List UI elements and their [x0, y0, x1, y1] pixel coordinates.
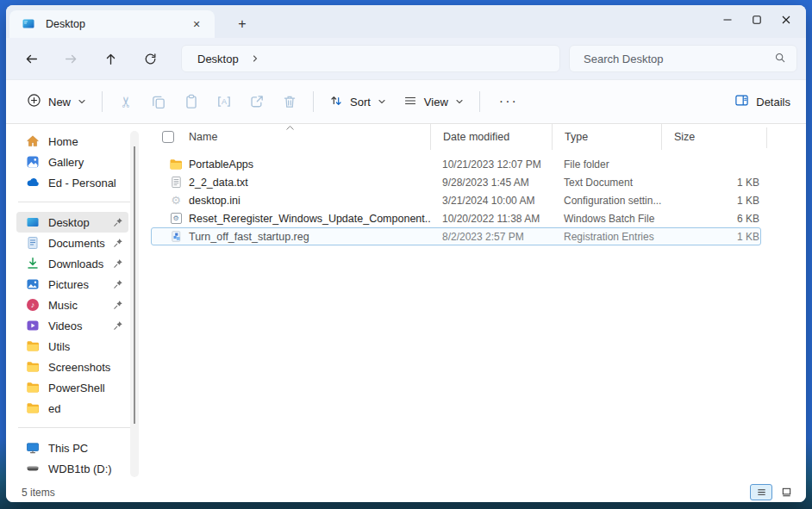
desktop-icon	[22, 17, 35, 31]
chevron-down-icon	[378, 97, 386, 106]
sort-arrows-icon	[329, 94, 343, 110]
copy-icon	[142, 87, 175, 116]
pin-icon	[113, 217, 123, 227]
documents-icon	[26, 236, 40, 250]
search-placeholder: Search Desktop	[584, 53, 774, 65]
column-divider[interactable]	[766, 127, 767, 148]
sidebar-item-music[interactable]: ♪ Music	[16, 295, 128, 315]
sidebar-item-screenshots[interactable]: Screenshots	[16, 357, 128, 377]
batch-file-icon: ⚙	[169, 212, 183, 226]
sidebar-item-desktop[interactable]: Desktop	[16, 212, 128, 233]
more-options-icon[interactable]: ···	[487, 94, 530, 109]
share-icon	[240, 87, 273, 116]
view-lines-icon	[403, 94, 417, 110]
sidebar-divider	[18, 427, 130, 428]
new-button-label: New	[48, 96, 71, 109]
column-header-type[interactable]: Type	[552, 124, 661, 150]
file-explorer-window: Desktop ✕ +	[6, 5, 806, 502]
file-row-2-2-data-txt[interactable]: 2_2_data.txt 9/28/2023 1:45 AM Text Docu…	[142, 173, 806, 191]
new-tab-button[interactable]: +	[232, 14, 253, 34]
sort-button[interactable]: Sort	[321, 87, 395, 116]
toolbar-divider	[313, 91, 314, 112]
column-header-name[interactable]: Name	[189, 131, 217, 143]
chevron-right-icon[interactable]	[251, 54, 259, 63]
scrollbar-thumb[interactable]	[134, 146, 135, 424]
chevron-down-icon	[455, 97, 464, 106]
onedrive-cloud-icon	[26, 176, 40, 189]
window-controls	[713, 9, 801, 31]
toolbar-divider	[479, 91, 480, 112]
drive-icon	[26, 462, 40, 475]
registry-file-icon	[169, 230, 183, 244]
toolbar-divider	[102, 91, 103, 112]
view-button-label: View	[424, 96, 448, 109]
delete-icon	[273, 87, 306, 116]
sidebar-item-utils[interactable]: Utils	[16, 336, 128, 357]
address-bar[interactable]: Desktop	[181, 45, 560, 72]
file-row-desktop-ini[interactable]: ⚙ desktop.ini 3/21/2024 10:00 AM Configu…	[142, 191, 806, 209]
svg-text:A: A	[222, 97, 227, 106]
minimize-icon[interactable]	[713, 9, 742, 31]
item-count: 5 items	[22, 487, 55, 499]
folder-icon	[26, 339, 40, 353]
maximize-icon[interactable]	[742, 9, 771, 31]
file-row-reset-reregister-bat[interactable]: ⚙ Reset_Reregister_Windows_Update_Compon…	[142, 209, 806, 227]
sidebar-item-ed[interactable]: ed	[16, 398, 128, 419]
sidebar-item-documents[interactable]: Documents	[16, 233, 128, 253]
up-icon[interactable]	[97, 46, 123, 71]
details-pane-icon	[734, 93, 749, 110]
sidebar-item-downloads[interactable]: Downloads	[16, 253, 128, 274]
folder-icon	[26, 381, 40, 394]
sidebar-item-this-pc[interactable]: This PC	[16, 438, 128, 458]
pictures-icon	[26, 277, 40, 291]
close-tab-icon[interactable]: ✕	[187, 15, 206, 34]
rename-icon: A	[208, 87, 240, 116]
sort-ascending-icon[interactable]	[285, 122, 295, 134]
back-icon[interactable]	[18, 46, 44, 71]
pin-icon	[113, 258, 123, 269]
breadcrumb[interactable]: Desktop	[197, 53, 239, 65]
folder-icon	[169, 158, 183, 171]
plus-circle-icon	[27, 93, 41, 110]
file-row-turn-off-fast-startup-reg[interactable]: Turn_off_fast_startup.reg 8/2/2023 2:57 …	[142, 227, 806, 245]
forward-icon	[58, 46, 84, 71]
sidebar-item-pictures[interactable]: Pictures	[16, 274, 128, 295]
folder-icon	[26, 401, 40, 415]
search-input[interactable]: Search Desktop	[569, 45, 797, 72]
sidebar-item-home[interactable]: Home	[16, 131, 128, 152]
tab-desktop[interactable]: Desktop ✕	[9, 10, 215, 38]
file-rows: PortableApps 10/21/2023 12:07 PM File fo…	[142, 155, 806, 245]
details-pane-button[interactable]: Details	[734, 93, 790, 110]
content-area: Home Gallery Ed - Personal	[6, 124, 806, 482]
close-icon[interactable]	[771, 9, 801, 31]
address-bar-row: Desktop Search Desktop	[6, 38, 806, 79]
pin-icon	[113, 320, 123, 331]
chevron-down-icon	[78, 97, 86, 106]
refresh-icon[interactable]	[137, 46, 163, 71]
desktop-icon	[26, 215, 40, 229]
select-all-checkbox[interactable]	[162, 131, 174, 143]
cut-icon: ✂	[109, 87, 142, 116]
column-headers: Name Date modified Type Size	[142, 124, 806, 150]
text-document-icon	[169, 176, 183, 189]
sidebar-item-gallery[interactable]: Gallery	[16, 152, 128, 172]
sidebar-item-powershell[interactable]: PowerShell	[16, 377, 128, 398]
file-list-pane: Name Date modified Type Size PortableApp…	[142, 124, 806, 482]
column-header-size[interactable]: Size	[661, 124, 766, 150]
new-button[interactable]: New	[18, 87, 95, 116]
sidebar-item-videos[interactable]: Videos	[16, 315, 128, 336]
sidebar-divider	[18, 202, 130, 202]
column-header-date-modified[interactable]: Date modified	[430, 124, 552, 150]
large-icons-view-icon[interactable]	[775, 484, 797, 500]
sidebar-item-drive-d[interactable]: WDB1tb (D:)	[16, 458, 128, 479]
sidebar-scrollbar[interactable]	[130, 131, 139, 477]
videos-icon	[26, 319, 40, 332]
details-view-icon[interactable]	[750, 484, 772, 500]
config-gear-icon: ⚙	[169, 194, 183, 208]
this-pc-icon	[26, 441, 40, 455]
view-button[interactable]: View	[395, 87, 472, 116]
file-row-portableapps[interactable]: PortableApps 10/21/2023 12:07 PM File fo…	[142, 155, 806, 173]
tab-title: Desktop	[46, 18, 187, 30]
search-icon[interactable]	[774, 52, 786, 66]
sidebar-item-onedrive[interactable]: Ed - Personal	[16, 172, 128, 193]
